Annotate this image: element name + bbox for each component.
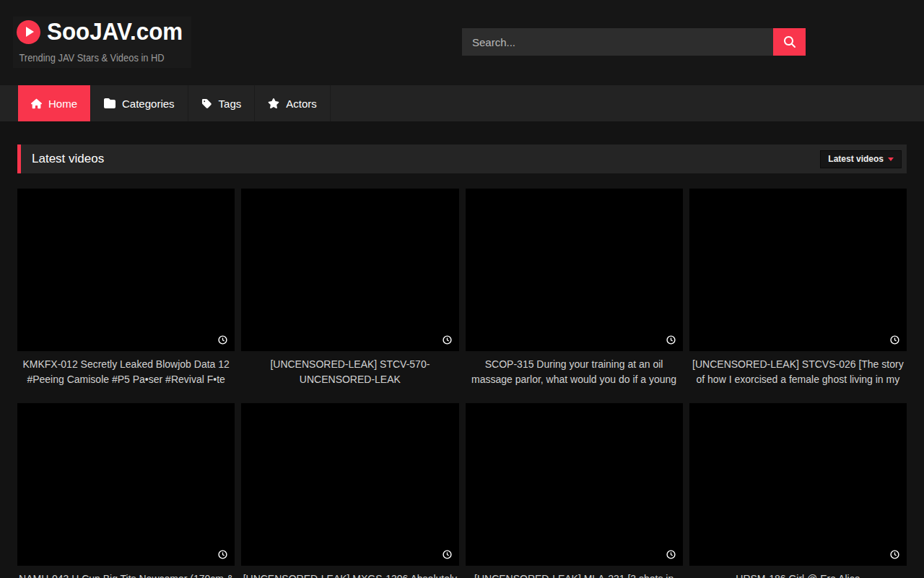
nav-item-label: Tags [219,98,242,110]
video-thumbnail[interactable] [241,189,458,351]
clock-icon [443,335,452,345]
clock-icon [890,550,899,559]
video-card: [UNCENSORED-LEAK] STCVS-026 [The story o… [689,189,907,403]
nav-item-label: Home [48,98,77,110]
main-content: Latest videos Latest videos KMKFX-012 Se… [17,144,907,578]
play-icon [17,20,40,44]
sort-dropdown-label: Latest videos [828,154,884,164]
video-thumbnail[interactable] [689,189,907,351]
site-logo[interactable]: SooJAV.com Trending JAV Stars & Videos i… [13,17,191,68]
search-button[interactable] [773,28,806,56]
video-thumbnail[interactable] [466,189,683,351]
search-form [462,28,806,56]
section-title: Latest videos [32,152,104,166]
video-card: NAMH-043 H Cup Big Tits Newcomer (170cm … [17,403,235,578]
nav-item-actors[interactable]: Actors [255,85,331,121]
video-thumbnail[interactable] [689,403,907,566]
video-title[interactable]: URSM-186 Girl @ Era Alice [689,571,907,578]
video-title[interactable]: [UNCENSORED-LEAK] MXGS-1306 Absolutely [241,571,458,578]
video-title[interactable]: [UNCENSORED-LEAK] STCV-570- UNCENSORED-L… [241,357,458,387]
folder-icon [104,98,116,109]
search-input[interactable] [462,28,773,56]
video-thumbnail[interactable] [241,403,458,566]
video-card: [UNCENSORED-LEAK] STCV-570- UNCENSORED-L… [241,189,458,403]
video-thumbnail[interactable] [466,403,683,566]
site-name: SooJAV.com [47,18,183,46]
clock-icon [666,335,676,345]
clock-icon [890,335,899,345]
video-thumbnail[interactable] [17,189,235,351]
caret-down-icon [888,158,894,161]
video-title[interactable]: KMKFX-012 Secretly Leaked Blowjob Data 1… [17,357,235,387]
video-thumbnail[interactable] [17,403,235,566]
site-tagline: Trending JAV Stars & Videos in HD [17,51,165,64]
nav-item-categories[interactable]: Categories [91,85,188,121]
nav-item-tags[interactable]: Tags [188,85,256,121]
home-icon [31,98,42,109]
clock-icon [218,335,227,345]
clock-icon [443,550,452,559]
sort-dropdown-button[interactable]: Latest videos [820,150,902,168]
video-card: [UNCENSORED-LEAK] MLA-231 [3 shots in [466,403,683,578]
clock-icon [666,550,676,559]
tag-icon [201,98,212,109]
nav-item-label: Actors [286,98,317,110]
video-grid: KMKFX-012 Secretly Leaked Blowjob Data 1… [17,189,907,578]
section-header: Latest videos Latest videos [17,144,907,173]
video-card: [UNCENSORED-LEAK] MXGS-1306 Absolutely [241,403,458,578]
video-card: KMKFX-012 Secretly Leaked Blowjob Data 1… [17,189,235,403]
video-title[interactable]: SCOP-315 During your training at an oil … [466,357,683,387]
clock-icon [218,550,227,559]
video-title[interactable]: [UNCENSORED-LEAK] STCVS-026 [The story o… [689,357,907,387]
site-header: SooJAV.com Trending JAV Stars & Videos i… [0,0,924,85]
video-card: URSM-186 Girl @ Era Alice [689,403,907,578]
main-nav: Home Categories Tags Actors [0,85,924,121]
star-icon [268,98,279,109]
nav-item-home[interactable]: Home [18,85,91,121]
search-icon [784,36,796,48]
video-title[interactable]: NAMH-043 H Cup Big Tits Newcomer (170cm … [17,571,235,578]
nav-item-label: Categories [122,98,175,110]
video-title[interactable]: [UNCENSORED-LEAK] MLA-231 [3 shots in [466,571,683,578]
video-card: SCOP-315 During your training at an oil … [466,189,683,403]
